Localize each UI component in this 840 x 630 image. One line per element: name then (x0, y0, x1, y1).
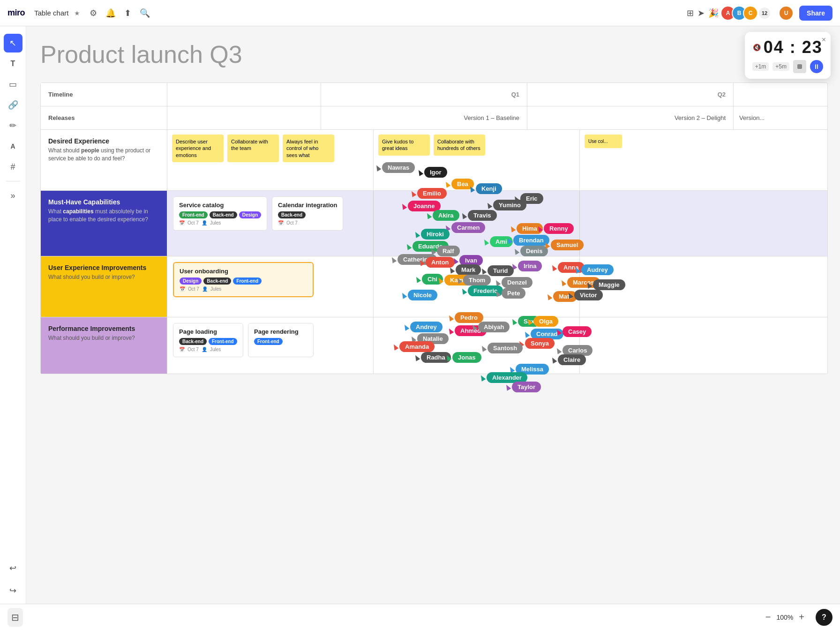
cursor-icon[interactable]: ➤ (698, 8, 705, 18)
ux-row: User Experience Improvements What should… (41, 256, 827, 317)
tag-design: Design (239, 211, 261, 218)
user-icon: 👤 (202, 220, 207, 225)
page-loading-title: Page loading (179, 328, 237, 335)
timer-panel: × 🔇 04 : 23 +1m +5m ⏸ (745, 32, 831, 79)
timer-pause-button[interactable]: ⏸ (810, 60, 823, 73)
miro-logo[interactable]: miro (8, 8, 25, 18)
text-large-tool[interactable]: A (4, 137, 22, 156)
canvas[interactable]: Product launch Q3 Timeline Q1 Q2 Release… (26, 26, 840, 604)
undo-button[interactable]: ↩ (4, 559, 22, 578)
star-icon[interactable]: ★ (74, 9, 80, 17)
version1-label: Version 1 – Baseline (464, 114, 519, 121)
sticky-describe[interactable]: Describe user experience and emotions (172, 135, 224, 162)
more-tools-button[interactable]: » (4, 186, 22, 205)
link-tool[interactable]: 🔗 (4, 96, 22, 114)
redo-button[interactable]: ↪ (4, 581, 22, 600)
user-icon2: 👤 (202, 286, 208, 292)
right-tool-icons: ⊞ ➤ 🎉 (687, 8, 719, 18)
pen-tool[interactable]: ✏ (4, 116, 22, 135)
desired-stickies-v1: Describe user experience and emotions Co… (167, 130, 374, 190)
timer-add5-button[interactable]: +5m (772, 62, 789, 71)
share-upload-icon[interactable]: ⬆ (124, 8, 131, 18)
sticky-collaborate-hundreds[interactable]: Collaborate with hundreds of others (434, 135, 485, 156)
service-catalog-card[interactable]: Service catalog Front-end Back-end Desig… (173, 196, 267, 231)
must-have-row: Must-Have Capabilities What capabilities… (41, 191, 827, 256)
ux-label-cell: User Experience Improvements What should… (41, 256, 167, 317)
tag-frontend3: Front-end (209, 338, 237, 345)
service-catalog-tags: Front-end Back-end Design (179, 211, 261, 218)
cursor-arrow-alexander (479, 374, 486, 381)
page-rendering-card[interactable]: Page rendering Front-end (248, 323, 314, 357)
frame-tool[interactable]: # (4, 158, 22, 176)
user-onboarding-title: User onboarding (180, 268, 307, 275)
sticky-collaborate-team[interactable]: Collaborate with the team (227, 135, 279, 162)
service-catalog-assignee: Jules (210, 220, 221, 225)
version2-label: Version 2 – Delight (675, 114, 726, 121)
toolbar-icons: ⚙ 🔔 ⬆ 🔍 (90, 8, 150, 18)
q2-label: Q2 (718, 91, 726, 98)
must-have-v3-col (580, 191, 674, 256)
sticky-tool[interactable]: ▭ (4, 75, 22, 94)
timer-icon[interactable]: 🎉 (708, 8, 719, 18)
ux-v2-col (374, 256, 580, 317)
grid-icon[interactable]: ⊞ (687, 8, 694, 18)
settings-icon[interactable]: ⚙ (90, 8, 97, 18)
tag-backend3: Back-end (203, 278, 231, 285)
sticky-control[interactable]: Always feel in control of who sees what (283, 135, 334, 162)
page-loading-date: Oct 7 (188, 347, 199, 352)
service-catalog-title: Service catalog (179, 202, 261, 209)
ux-cards-v1: User onboarding Design Back-end Front-en… (167, 256, 374, 317)
board-title[interactable]: Table chart (34, 9, 68, 17)
tag-backend4: Back-end (179, 338, 207, 345)
calendar-tags: Back-end (278, 211, 337, 218)
timer-close-button[interactable]: × (822, 36, 826, 44)
page-loading-tags: Back-end Front-end (179, 338, 237, 345)
current-user-avatar[interactable]: U (779, 6, 794, 21)
page-rendering-title: Page rendering (254, 328, 308, 335)
zoom-out-button[interactable]: − (765, 612, 771, 622)
page-heading: Product launch Q3 (40, 40, 242, 68)
service-catalog-date: Oct 7 (188, 220, 199, 225)
calendar-icon2: 📅 (278, 220, 284, 225)
onboarding-tags: Design Back-end Front-end (180, 278, 307, 285)
zoom-in-button[interactable]: + (799, 612, 804, 622)
calendar-date: Oct 7 (286, 220, 298, 225)
main-table: Timeline Q1 Q2 Releases Version 1 – Base… (40, 82, 828, 374)
ux-v3-col (580, 256, 674, 317)
help-button[interactable]: ? (816, 609, 832, 626)
cursor-name-taylor: Taylor (512, 382, 541, 392)
sidebar-toggle-button[interactable]: ⊟ (8, 608, 23, 627)
user-onboarding-card[interactable]: User onboarding Design Back-end Front-en… (173, 262, 314, 297)
must-have-label-cell: Must-Have Capabilities What capabilities… (41, 191, 167, 256)
perf-label-cell: Performance Improvements What should you… (41, 317, 167, 374)
page-rendering-tags: Front-end (254, 338, 308, 345)
share-button[interactable]: Share (799, 6, 832, 21)
page-loading-assignee: Jules (210, 347, 221, 352)
cursor-tool[interactable]: ↖ (4, 34, 22, 52)
perf-v2-col (374, 317, 580, 374)
timer-stop-button[interactable] (793, 60, 806, 73)
perf-title: Performance Improvements (48, 325, 159, 332)
cursor-arrow-taylor (504, 383, 511, 390)
must-have-title: Must-Have Capabilities (48, 198, 159, 206)
page-loading-card[interactable]: Page loading Back-end Front-end 📅 Oct 7 … (173, 323, 243, 357)
avatar-3[interactable]: C (743, 6, 758, 21)
releases-label: Releases (48, 114, 75, 121)
avatar-group: A B C 12 (724, 6, 771, 21)
avatar-count[interactable]: 12 (758, 7, 771, 20)
desired-stickies-v2: Give kudos to great ideas Collaborate wi… (374, 130, 580, 190)
sticky-kudos[interactable]: Give kudos to great ideas (378, 135, 430, 156)
must-have-desc: What capabilities must absolutely be in … (48, 208, 159, 224)
tag-backend2: Back-end (278, 211, 306, 218)
tag-frontend: Front-end (179, 211, 208, 218)
calendar-integration-title: Calendar integration (278, 202, 337, 209)
timer-add1-button[interactable]: +1m (752, 62, 769, 71)
text-tool[interactable]: T (4, 54, 22, 73)
releases-row: Releases Version 1 – Baseline Version 2 … (41, 106, 827, 130)
search-icon[interactable]: 🔍 (140, 8, 150, 18)
page-loading-meta: 📅 Oct 7 👤 Jules (179, 347, 237, 352)
timeline-label: Timeline (48, 91, 73, 98)
sticky-use[interactable]: Use col... (585, 135, 622, 148)
calendar-integration-card[interactable]: Calendar integration Back-end 📅 Oct 7 (272, 196, 343, 231)
notification-icon[interactable]: 🔔 (105, 8, 116, 18)
